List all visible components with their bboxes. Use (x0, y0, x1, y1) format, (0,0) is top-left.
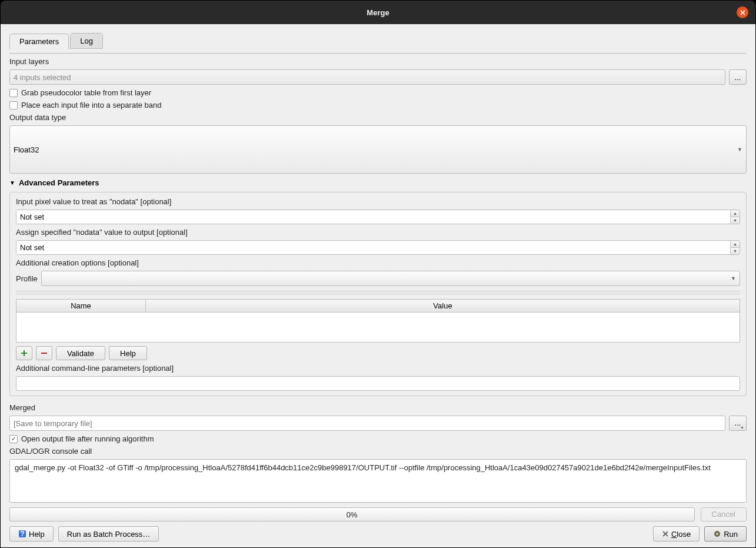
console-call-text[interactable]: gdal_merge.py -ot Float32 -of GTiff -o /… (9, 459, 747, 503)
run-batch-button[interactable]: Run as Batch Process… (58, 526, 159, 542)
svg-rect-2 (41, 353, 47, 354)
advanced-parameters-toggle[interactable]: ▼ Advanced Parameters (9, 177, 747, 188)
help-button[interactable]: Help (109, 346, 147, 360)
help-button-footer[interactable]: ? Help (9, 526, 54, 542)
input-layers-browse-button[interactable]: ... (729, 69, 747, 85)
svg-point-6 (716, 533, 718, 535)
grab-pseudocolor-label: Grab pseudocolor table from first layer (21, 88, 151, 97)
nodata-input-label: Input pixel value to treat as "nodata" [… (16, 197, 740, 206)
advanced-parameters-group: Input pixel value to treat as "nodata" [… (9, 192, 747, 396)
validate-button[interactable]: Validate (56, 346, 105, 360)
spin-down-icon[interactable]: ▼ (731, 217, 740, 224)
run-button[interactable]: Run (704, 526, 747, 542)
merge-dialog: Merge Parameters Log Input layers ... Gr… (0, 0, 756, 548)
spin-up-icon[interactable]: ▲ (731, 210, 740, 217)
nodata-output-spinbox[interactable]: Not set ▲▼ (16, 240, 740, 255)
extra-cli-label: Additional command-line parameters [opti… (16, 364, 740, 373)
add-row-button[interactable] (16, 346, 32, 360)
nodata-output-value: Not set (16, 241, 730, 254)
close-x-icon (662, 530, 669, 537)
table-header-name: Name (16, 300, 146, 312)
profile-select[interactable]: ▼ (41, 271, 740, 286)
svg-rect-1 (21, 353, 27, 354)
chevron-down-icon: ▼ (737, 147, 742, 152)
merged-output-browse-button[interactable]: ... ▼ (729, 416, 747, 431)
dialog-body: Parameters Log Input layers ... Grab pse… (1, 24, 755, 547)
spin-up-icon[interactable]: ▲ (731, 241, 740, 248)
chevron-down-icon: ▼ (740, 426, 744, 430)
nodata-input-value: Not set (16, 210, 730, 224)
titlebar: Merge (1, 1, 755, 24)
creation-options-label: Additional creation options [optional] (16, 258, 740, 267)
progress-bar: 0% (9, 507, 695, 522)
nodata-input-spinbox[interactable]: Not set ▲▼ (16, 210, 740, 224)
close-button[interactable]: Close (653, 526, 700, 542)
window-title: Merge (367, 8, 389, 17)
console-call-label: GDAL/OGR console call (9, 447, 747, 456)
merged-label: Merged (9, 403, 747, 412)
nodata-output-label: Assign specified "nodata" value to outpu… (16, 228, 740, 237)
extra-cli-input[interactable] (16, 376, 740, 391)
table-header-value: Value (146, 300, 740, 312)
table-body-empty[interactable] (16, 313, 740, 342)
advanced-parameters-title: Advanced Parameters (19, 178, 99, 187)
parameters-panel: Input layers ... Grab pseudocolor table … (9, 53, 747, 503)
separate-band-label: Place each input file into a separate ba… (21, 101, 162, 109)
grab-pseudocolor-checkbox[interactable] (9, 89, 18, 97)
svg-text:?: ? (20, 530, 25, 538)
remove-row-button[interactable] (36, 346, 52, 360)
cancel-button: Cancel (701, 507, 747, 522)
output-data-type-select[interactable]: Float32 ▼ (9, 125, 747, 174)
help-icon: ? (18, 530, 26, 538)
tab-parameters[interactable]: Parameters (9, 34, 69, 49)
progress-text: 0% (347, 510, 358, 519)
tab-log[interactable]: Log (70, 33, 103, 49)
triangle-down-icon: ▼ (9, 180, 15, 186)
close-icon[interactable] (737, 6, 748, 18)
input-layers-field[interactable] (9, 69, 725, 85)
profile-label: Profile (16, 274, 38, 283)
chevron-down-icon: ▼ (731, 275, 736, 281)
separator[interactable] (16, 291, 740, 294)
input-layers-label: Input layers (9, 57, 747, 66)
output-data-type-value: Float32 (14, 145, 39, 154)
output-data-type-label: Output data type (9, 113, 747, 122)
creation-options-table: Name Value (16, 299, 740, 343)
spin-down-icon[interactable]: ▼ (731, 248, 740, 254)
open-output-label: Open output file after running algorithm (21, 434, 154, 443)
tab-bar: Parameters Log (9, 33, 747, 49)
gear-icon (713, 530, 721, 538)
separate-band-checkbox[interactable] (9, 101, 18, 109)
merged-output-input[interactable] (9, 416, 725, 431)
open-output-checkbox[interactable]: ✓ (9, 435, 18, 443)
